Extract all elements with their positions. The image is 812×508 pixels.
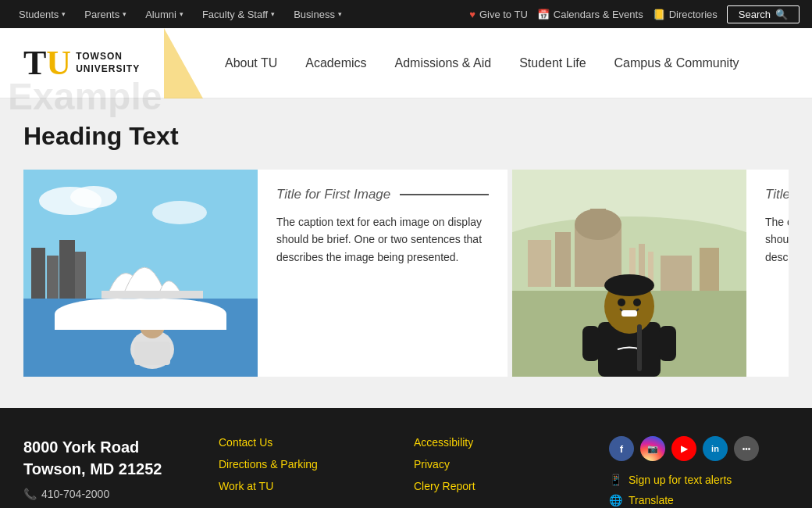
diagonal-accent [164,28,203,98]
top-bar-actions: ♥ Give to TU 📅 Calendars & Events 📒 Dire… [469,5,800,23]
svg-rect-19 [590,209,606,226]
accessibility-link[interactable]: Accessibility [414,436,593,449]
contact-us-link[interactable]: Contact Us [219,436,398,449]
card-2: Title fo The capshould bdescribe [512,170,789,377]
page-heading: Heading Text [23,122,789,151]
students-chevron: ▾ [62,10,66,18]
svg-rect-16 [555,232,571,287]
logo-t: T [23,44,46,82]
footer-phone[interactable]: 📞 410-704-2000 [23,488,203,500]
main-nav: About TU Academics Admissions & Aid Stud… [211,28,789,98]
book-icon: 📒 [653,9,665,20]
address-line1: 8000 York Road [23,436,203,458]
sydney-illustration [23,170,258,377]
translate-icon: 🌐 [609,494,622,506]
topnav-students[interactable]: Students ▾ [12,9,72,20]
nav-admissions[interactable]: Admissions & Aid [381,28,506,98]
business-chevron: ▾ [338,10,342,18]
top-bar-nav: Students ▾ Parents ▾ Alumni ▾ Faculty & … [12,9,348,20]
svg-rect-12 [134,342,170,365]
site-header: TU TOWSON UNIVERSITY Example About TU Ac… [0,28,812,98]
give-label: Give to TU [479,9,528,20]
card-1-title: Title for First Image [276,187,390,202]
card-1-image [23,170,258,377]
footer-col-links3: Accessibility Privacy Clery Report [414,436,593,508]
text-alerts-icon: 📱 [609,474,622,486]
more-social-icon[interactable]: ••• [734,436,759,461]
logo-letters: TU [23,46,71,80]
linkedin-icon[interactable]: in [703,436,728,461]
text-alerts-action[interactable]: 📱 Sign up for text alerts [609,474,789,486]
topnav-business[interactable]: Business ▾ [287,9,348,20]
card-1-title-row: Title for First Image [276,187,489,202]
svg-point-2 [70,186,117,208]
faculty-label: Faculty & Staff [202,9,268,20]
topnav-parents[interactable]: Parents ▾ [78,9,133,20]
svg-rect-5 [31,248,45,299]
directions-link[interactable]: Directions & Parking [219,458,398,470]
parents-chevron: ▾ [123,10,126,18]
svg-rect-9 [102,291,203,299]
svg-point-3 [152,201,207,224]
card-1: Title for First Image The caption text f… [23,170,508,377]
parents-label: Parents [84,9,119,20]
footer: 8000 York Road Towson, MD 21252 📞 410-70… [0,408,812,508]
students-label: Students [19,9,59,20]
footer-address: 8000 York Road Towson, MD 21252 [23,436,203,480]
nav-student-life[interactable]: Student Life [505,28,600,98]
svg-rect-6 [47,256,59,299]
faculty-chevron: ▾ [271,10,275,18]
business-label: Business [294,9,335,20]
privacy-link[interactable]: Privacy [414,458,593,470]
card-1-caption: The caption text for each image on displ… [276,213,489,266]
give-tu-link[interactable]: ♥ Give to TU [469,9,528,20]
topnav-alumni[interactable]: Alumni ▾ [139,9,190,20]
svg-rect-23 [661,256,692,295]
card-1-body: Title for First Image The caption text f… [258,170,508,377]
calendar-icon: 📅 [537,9,550,20]
calendars-label: Calendars & Events [554,9,643,20]
footer-col-social: f 📷 ▶ in ••• 📱 Sign up for text alerts 🌐… [609,436,789,508]
cards-row: Title for First Image The caption text f… [23,170,789,377]
card-2-body: Title fo The capshould bdescribe [746,170,789,377]
svg-rect-7 [59,240,75,299]
instagram-icon[interactable]: 📷 [640,436,665,461]
footer-grid: 8000 York Road Towson, MD 21252 📞 410-70… [23,436,789,508]
logo-box: TU TOWSON UNIVERSITY [23,46,140,80]
youtube-icon[interactable]: ▶ [671,436,696,461]
directories-link[interactable]: 📒 Directories [653,9,718,20]
work-at-tu-link[interactable]: Work at TU [219,480,398,492]
svg-rect-28 [659,326,676,361]
topnav-faculty[interactable]: Faculty & Staff ▾ [196,9,281,20]
main-content: Heading Text [0,98,812,408]
facebook-icon[interactable]: f [609,436,634,461]
logo-wrapper: TU TOWSON UNIVERSITY [23,46,140,80]
card-1-title-line [400,194,489,195]
rome-illustration [512,170,746,377]
translate-action[interactable]: 🌐 Translate [609,494,789,506]
logo-area[interactable]: TU TOWSON UNIVERSITY [23,46,180,80]
directories-label: Directories [669,9,718,20]
card-2-caption: The capshould bdescribe [765,213,789,266]
calendars-link[interactable]: 📅 Calendars & Events [537,9,643,20]
nav-academics[interactable]: Academics [291,28,380,98]
search-button[interactable]: Search 🔍 [727,5,800,23]
nav-about[interactable]: About TU [211,28,291,98]
social-row: f 📷 ▶ in ••• [609,436,789,461]
svg-rect-8 [75,252,86,299]
footer-col-address: 8000 York Road Towson, MD 21252 📞 410-70… [23,436,203,508]
clery-report-link[interactable]: Clery Report [414,480,593,492]
logo-line1: TOWSON [76,51,140,63]
nav-campus[interactable]: Campus & Community [600,28,753,98]
text-alerts-label: Sign up for text alerts [629,474,732,486]
search-label: Search [739,9,771,20]
logo-name: TOWSON UNIVERSITY [76,51,140,75]
svg-rect-27 [582,326,600,361]
alumni-label: Alumni [145,9,176,20]
footer-col-links2: Contact Us Directions & Parking Work at … [219,436,398,508]
card-2-image [512,170,746,377]
logo-line2: UNIVERSITY [76,63,140,76]
svg-point-33 [633,299,641,306]
address-line2: Towson, MD 21252 [23,458,203,480]
card-2-title: Title fo [765,187,789,202]
